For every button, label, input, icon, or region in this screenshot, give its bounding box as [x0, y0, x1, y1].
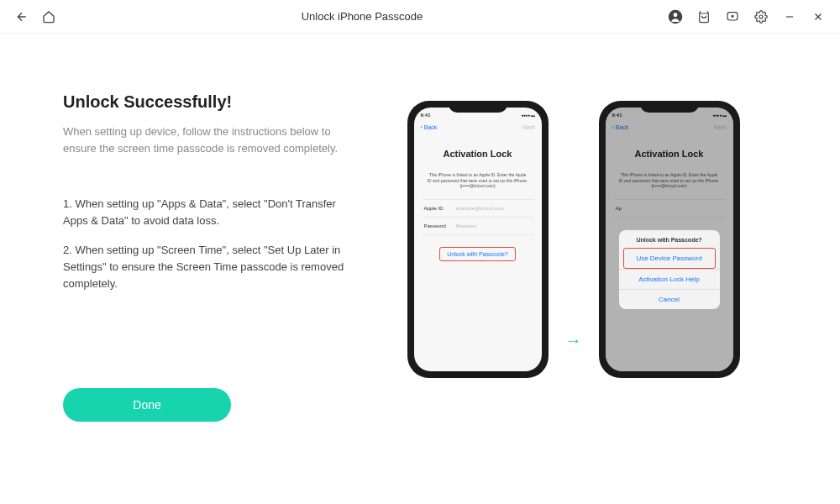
field-block: Apple ID example@icloud.com Password Req… [423, 199, 533, 235]
success-subtext: When setting up device, follow the instr… [63, 123, 357, 157]
profile-icon[interactable] [662, 3, 689, 30]
use-device-password-highlighted: Use Device Password [623, 248, 716, 269]
main-content: Unlock Successfully! When setting up dev… [0, 34, 840, 504]
status-time: 9:41 [421, 113, 431, 118]
window-title: Unlock iPhone Passcode [62, 10, 662, 23]
cart-icon[interactable] [690, 3, 717, 30]
password-row: Password Required [423, 217, 533, 235]
activation-title: Activation Lock [423, 149, 533, 159]
step-2: 2. When setting up "Screen Time", select… [63, 242, 357, 292]
done-button[interactable]: Done [63, 388, 231, 422]
nav-row: ‹ Back Next [414, 123, 542, 137]
notch-icon [449, 101, 507, 113]
home-button[interactable] [35, 3, 62, 30]
titlebar: Unlock iPhone Passcode [0, 0, 840, 34]
left-panel: Unlock Successfully! When setting up dev… [63, 92, 357, 470]
appleid-placeholder: example@icloud.com [456, 206, 504, 211]
popup-cancel: Cancel [619, 289, 720, 309]
activation-lock-help: Activation Lock Help [619, 269, 720, 289]
settings-icon[interactable] [748, 3, 774, 30]
minimize-button[interactable] [776, 3, 803, 30]
status-icons: ●●● ▸ ▬ [521, 113, 534, 118]
notification-icon[interactable] [719, 3, 746, 30]
back-button[interactable] [8, 3, 35, 30]
notch-icon [640, 101, 699, 113]
svg-point-3 [732, 15, 733, 17]
password-placeholder: Required [456, 223, 476, 228]
appleid-row: Apple ID example@icloud.com [423, 199, 533, 217]
unlock-passcode-link-highlighted: Unlock with Passcode? [439, 247, 515, 261]
svg-point-1 [674, 13, 678, 17]
step-1: 1. When setting up "Apps & Data", select… [63, 196, 357, 229]
phone-screen-2: 9:41 ●●● ▸ ▬ ‹ Back Next Activation Lock… [606, 108, 733, 371]
popup-title: Unlock with Passcode? [619, 230, 720, 248]
activation-body: Activation Lock This iPhone is linked to… [414, 137, 542, 371]
close-button[interactable] [805, 3, 832, 30]
phone-illustrations: 9:41 ●●● ▸ ▬ ‹ Back Next Activation Lock… [357, 92, 790, 470]
action-sheet: Unlock with Passcode? Use Device Passwor… [619, 230, 720, 309]
svg-point-4 [759, 15, 763, 18]
success-heading: Unlock Successfully! [63, 92, 357, 112]
appleid-label: Apple ID [424, 206, 456, 211]
next-link: Next [522, 124, 534, 130]
activation-text: This iPhone is linked to an Apple ID. En… [423, 172, 533, 189]
arrow-icon: → [565, 331, 582, 350]
back-link: ‹ Back [421, 124, 438, 130]
phone-mock-1: 9:41 ●●● ▸ ▬ ‹ Back Next Activation Lock… [407, 101, 549, 378]
instruction-steps: 1. When setting up "Apps & Data", select… [63, 196, 357, 304]
password-label: Password [424, 223, 456, 228]
phone-mock-2: 9:41 ●●● ▸ ▬ ‹ Back Next Activation Lock… [599, 101, 740, 378]
phone-screen-1: 9:41 ●●● ▸ ▬ ‹ Back Next Activation Lock… [414, 108, 542, 371]
